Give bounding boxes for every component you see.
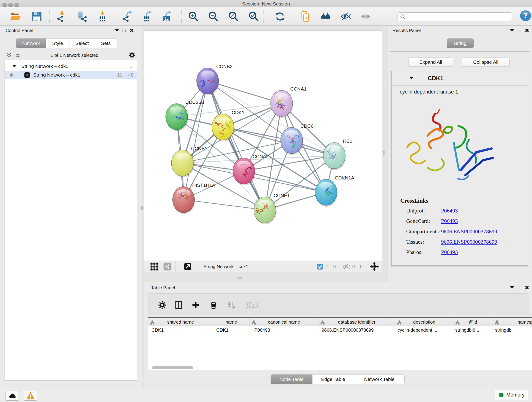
crosslink-compartments[interactable]: 9606.ENSP00000378699 — [441, 229, 497, 235]
column-header-database-identifier[interactable]: database identifier — [318, 318, 395, 326]
import-network-file-button[interactable] — [56, 10, 68, 23]
crosslink-genecard[interactable]: P06493 — [441, 218, 458, 224]
panel-float-icon[interactable] — [518, 286, 521, 289]
detach-view-icon[interactable] — [184, 262, 192, 271]
clone-network-button[interactable] — [299, 10, 312, 23]
network-node-rb1[interactable]: RB1 — [318, 138, 352, 170]
network-node-hist1h1a[interactable]: HIST1H1A — [172, 182, 215, 214]
columns-icon — [174, 301, 183, 309]
crosslink-tissues[interactable]: 9606.ENSP00000378699 — [441, 239, 497, 245]
table-settings-button[interactable] — [157, 300, 167, 310]
help-button[interactable]: ? — [519, 9, 532, 22]
horizontal-scrollbar[interactable] — [152, 366, 193, 369]
add-column-button[interactable] — [191, 300, 201, 310]
splitter-handle-left[interactable] — [141, 206, 143, 210]
cell-id[interactable]: stringdb:9... — [453, 326, 493, 334]
import-network-database-button[interactable] — [75, 10, 88, 23]
delete-column-button[interactable] — [209, 300, 219, 310]
network-node-cdkn1a[interactable]: CDKN1A — [315, 175, 354, 207]
network-node-cdk1[interactable]: CDK1 — [212, 110, 244, 141]
table-row[interactable]: CDK1 CDK1 P06493 9606.ENSP00000378699 cy… — [148, 326, 532, 334]
cell-description[interactable]: cyclin-dependent ... — [395, 326, 453, 334]
function-builder-button[interactable]: f(x) — [244, 300, 260, 310]
import-table-file-button[interactable] — [96, 10, 109, 23]
crosslink-uniprot[interactable]: P06493 — [441, 208, 458, 214]
panel-close-icon[interactable] — [525, 28, 529, 32]
cloud-button[interactable] — [6, 391, 19, 401]
panel-menu-icon[interactable] — [510, 29, 514, 32]
tab-select[interactable]: Select — [69, 38, 95, 48]
zoom-fit-button[interactable] — [227, 10, 240, 23]
cell-canonical-name[interactable]: P06493 — [250, 326, 318, 334]
panel-float-icon[interactable] — [123, 29, 126, 32]
splitter-handle-bottom[interactable] — [237, 277, 242, 279]
expand-all-button[interactable]: Expand All — [408, 57, 453, 67]
export-network-button[interactable] — [121, 10, 134, 23]
cell-namespace[interactable]: stringdb — [493, 326, 532, 334]
tab-network[interactable]: Network — [16, 38, 46, 48]
table-header-row: shared name name canonical name database… — [148, 318, 532, 326]
crosslink-pharos[interactable]: P06493 — [441, 249, 458, 255]
tab-sets[interactable]: Sets — [95, 38, 117, 48]
cell-shared-name[interactable]: CDK1 — [148, 326, 213, 334]
gene-card-header[interactable]: CDK1 — [392, 71, 528, 86]
collapse-all-button[interactable]: Collapse All — [462, 57, 510, 67]
memory-button[interactable]: Memory — [495, 390, 528, 400]
node-label: CCNE1 — [273, 193, 290, 198]
network-collection-row[interactable]: String Network – cdk1 1 — [5, 62, 137, 70]
zoom-selected-button[interactable] — [247, 10, 260, 23]
tab-node-table[interactable]: Node Table — [271, 375, 312, 384]
show-all-button[interactable] — [360, 10, 373, 23]
network-share-view-icon[interactable] — [163, 262, 172, 271]
gear-icon[interactable] — [128, 51, 136, 59]
export-image-button[interactable] — [160, 10, 173, 23]
crosshair-icon[interactable] — [370, 262, 379, 271]
network-view[interactable]: CCNB2CCNA1CDC25BCDK1CDC6RB1CCNB1CCNA2CDK… — [144, 31, 382, 261]
grid-view-icon[interactable] — [150, 262, 159, 271]
network-node-ccna1[interactable]: CCNA1 — [271, 86, 307, 118]
splitter-handle-right[interactable] — [383, 151, 385, 155]
cell-name[interactable]: CDK1 — [213, 326, 250, 334]
tab-style[interactable]: Style — [46, 38, 69, 48]
column-header-description[interactable]: description — [395, 318, 453, 326]
tab-string[interactable]: String — [447, 38, 474, 48]
first-neighbors-button[interactable] — [320, 10, 332, 23]
network-node-ccnb1[interactable]: CCNB1 — [171, 146, 207, 177]
zoom-out-button[interactable] — [207, 10, 220, 23]
zoom-in-button[interactable] — [187, 10, 200, 23]
tab-edge-table[interactable]: Edge Table — [312, 375, 354, 384]
network-node-ccnb2[interactable]: CCNB2 — [196, 64, 233, 95]
tree-expand-icon[interactable] — [13, 65, 16, 67]
open-session-button[interactable] — [9, 10, 22, 23]
save-session-button[interactable] — [30, 10, 43, 23]
panel-float-icon[interactable] — [518, 29, 521, 32]
column-header-name[interactable]: name — [213, 318, 250, 326]
column-header-shared-name[interactable]: shared name — [148, 318, 213, 326]
string-results-container: Expand All Collapse All CDK1 cyclin-depe… — [390, 51, 529, 267]
panel-close-icon[interactable] — [130, 28, 133, 32]
column-header-namespace[interactable]: namespace — [493, 318, 532, 326]
apply-layout-button[interactable] — [273, 10, 286, 23]
column-header-id[interactable]: @id — [453, 318, 493, 326]
search-input[interactable] — [407, 14, 510, 19]
panel-menu-icon[interactable] — [115, 29, 119, 32]
tab-network-table[interactable]: Network Table — [354, 375, 405, 384]
collapse-all-icon[interactable] — [6, 52, 12, 58]
export-table-button[interactable] — [141, 10, 153, 23]
delete-table-button[interactable] — [226, 300, 236, 310]
warnings-button[interactable] — [24, 391, 37, 401]
hide-selected-button[interactable] — [340, 10, 352, 23]
collapse-section-icon[interactable] — [410, 77, 413, 80]
collection-count: 1 — [129, 64, 132, 69]
cell-database-identifier[interactable]: 9606.ENSP00000378699 — [318, 326, 395, 334]
column-header-canonical-name[interactable]: canonical name — [250, 318, 318, 326]
selected-checkbox-icon[interactable] — [317, 264, 323, 269]
network-node-cdc6[interactable]: CDC6 — [281, 123, 313, 155]
select-columns-button[interactable] — [174, 300, 184, 310]
panel-close-icon[interactable] — [525, 286, 529, 289]
network-row[interactable]: String Network – cdk1 11 48 — [5, 71, 137, 79]
expand-all-icon[interactable] — [15, 52, 21, 58]
panel-menu-icon[interactable] — [510, 286, 514, 289]
search-box[interactable] — [398, 12, 512, 21]
network-graph[interactable]: CCNB2CCNA1CDC25BCDK1CDC6RB1CCNB1CCNA2CDK… — [144, 31, 382, 261]
